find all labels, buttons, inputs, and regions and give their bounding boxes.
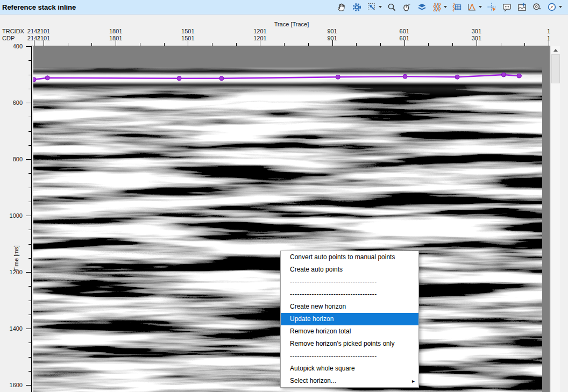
menu-item-remove-horizons-picked-points-only[interactable]: Remove horizon's picked points only — [281, 338, 418, 350]
grid-wiggle-button[interactable] — [451, 1, 463, 13]
menu-item-separator-2: ------------------------------------ — [281, 288, 418, 301]
trace-tick-label-trcidx: 301 — [472, 28, 481, 34]
mouse-tool-button[interactable] — [401, 1, 413, 13]
vertical-scrollbar[interactable] — [550, 46, 560, 392]
menu-item-label: Remove horizon total — [290, 327, 351, 335]
trace-major-tick — [116, 40, 116, 46]
time-major-tick — [26, 46, 31, 47]
scrollbar-thumb[interactable] — [551, 54, 560, 83]
menu-item-label: Select horizon... — [290, 377, 336, 384]
menu-item-label: ------------------------------------ — [290, 290, 377, 298]
time-major-tick — [26, 103, 31, 103]
zoom-area-select-icon — [367, 2, 377, 12]
pick-crosshair-button[interactable] — [486, 1, 498, 13]
menu-item-convert-auto-points-to-manual-points[interactable]: Convert auto points to manual points — [281, 251, 418, 263]
amplitude-spectrum-button[interactable] — [466, 1, 482, 13]
trace-major-tick — [44, 40, 44, 46]
toolbar — [336, 1, 568, 13]
trace-major-tick — [477, 40, 477, 46]
time-tick-label: 1000 — [0, 212, 23, 219]
trace-tick-label-trcidx: 1201 — [253, 28, 266, 34]
time-tick-label: 1600 — [0, 382, 23, 388]
submenu-arrow-icon: ▸ — [412, 375, 415, 387]
horizon-point[interactable] — [33, 77, 36, 82]
trace-major-tick — [260, 40, 260, 46]
trace-major-tick — [34, 40, 34, 46]
menu-item-separator-1: ------------------------------------ — [281, 276, 418, 288]
menu-item-remove-horizon-total[interactable]: Remove horizon total — [281, 325, 418, 338]
wiggle-display-icon — [432, 2, 442, 12]
menu-item-separator-3: ------------------------------------ — [281, 350, 418, 362]
settings-gear-icon — [352, 2, 362, 12]
horizon-point[interactable] — [455, 75, 459, 79]
horizon-point[interactable] — [45, 76, 49, 80]
trace-row-label-cdp: CDP — [2, 35, 15, 41]
chevron-down-icon[interactable] — [479, 6, 482, 8]
horizon-point[interactable] — [219, 76, 224, 81]
layers-button[interactable] — [416, 1, 428, 13]
zoom-magnifier-icon — [387, 2, 397, 12]
chevron-down-icon[interactable] — [444, 6, 447, 8]
time-major-tick — [26, 272, 31, 273]
horizon-point[interactable] — [517, 74, 521, 78]
menu-item-update-horizon[interactable]: Update horizon — [281, 313, 418, 325]
horizon-point[interactable] — [501, 73, 506, 77]
zoom-magnifier-button[interactable] — [386, 1, 397, 13]
time-major-tick — [26, 159, 31, 160]
menu-item-create-new-horizon[interactable]: Create new horizon — [281, 301, 418, 313]
zoom-area-select-button[interactable] — [366, 1, 382, 13]
amplitude-spectrum-icon — [467, 2, 477, 12]
window-titlebar: Reference stack inline — [0, 0, 568, 15]
menu-item-label: Convert auto points to manual points — [290, 253, 395, 261]
trace-major-tick — [332, 40, 333, 46]
horizon-line[interactable] — [34, 75, 522, 80]
measure-tool-button[interactable] — [531, 1, 543, 13]
time-tick-label: 1400 — [0, 325, 23, 332]
horizon-point[interactable] — [336, 75, 340, 79]
trace-tick-label-trcidx: 2101 — [37, 28, 50, 34]
menu-item-label: Create auto points — [290, 266, 343, 273]
menu-item-label: Autopick whole square — [290, 365, 355, 372]
wiggle-display-button[interactable] — [431, 1, 448, 13]
layers-icon — [417, 2, 427, 12]
time-tick-label: 1200 — [0, 269, 23, 275]
trace-major-tick — [188, 40, 188, 46]
horizon-point[interactable] — [177, 76, 181, 81]
horizon-point[interactable] — [403, 74, 407, 79]
time-tick-label: 400 — [0, 43, 23, 49]
trace-major-tick — [404, 40, 405, 46]
pan-hand-button[interactable] — [336, 1, 347, 13]
chevron-down-icon[interactable] — [559, 6, 562, 8]
menu-item-select-horizon[interactable]: Select horizon...▸ — [281, 375, 418, 387]
export-image-icon — [517, 2, 527, 12]
time-axis-label: Time [ms] — [13, 245, 19, 271]
settings-gear-button[interactable] — [351, 1, 363, 13]
trace-tick-label-trcidx: 1501 — [181, 28, 194, 34]
time-major-tick — [26, 216, 31, 216]
menu-item-create-auto-points[interactable]: Create auto points — [281, 263, 418, 276]
menu-item-label: Remove horizon's picked points only — [290, 340, 394, 347]
trace-tick-label-trcidx: 901 — [327, 28, 337, 34]
mouse-tool-icon — [402, 2, 412, 12]
menu-item-label: Update horizon — [290, 315, 333, 323]
chevron-down-icon[interactable] — [379, 6, 382, 8]
time-major-tick — [26, 329, 31, 329]
comment-bubble-button[interactable] — [501, 1, 513, 13]
up-arrow-icon — [553, 49, 558, 52]
menu-item-label: ------------------------------------ — [290, 352, 377, 360]
grid-wiggle-icon — [452, 2, 462, 12]
trace-tick-label-trcidx: 601 — [400, 28, 409, 34]
pick-crosshair-icon — [487, 2, 497, 12]
measure-tool-icon — [532, 2, 542, 12]
menu-item-label: ------------------------------------ — [290, 278, 377, 286]
menu-item-label: Create new horizon — [290, 303, 346, 310]
application-window: Reference stack inline Trace [Trace] TRC… — [0, 0, 568, 392]
trace-tick-label-trcidx: 1801 — [109, 28, 122, 34]
export-image-button[interactable] — [516, 1, 528, 13]
time-major-tick — [26, 385, 31, 386]
menu-item-autopick-whole-square[interactable]: Autopick whole square — [281, 362, 418, 375]
compass-button[interactable] — [546, 1, 563, 13]
pan-hand-icon — [337, 2, 347, 12]
scrollbar-up-button[interactable] — [551, 46, 560, 54]
time-tick-label: 600 — [0, 99, 23, 106]
